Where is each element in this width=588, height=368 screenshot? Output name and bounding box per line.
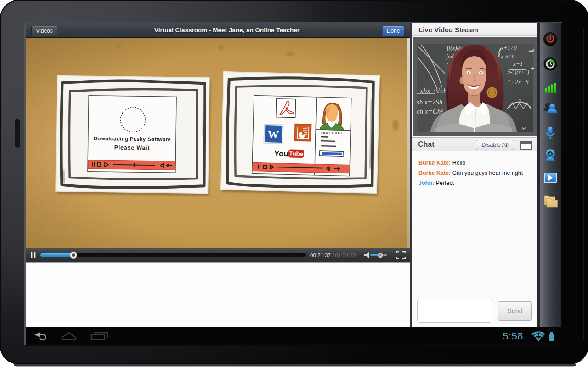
svg-text:{: { (498, 45, 503, 58)
svg-text:h²: h² (521, 126, 526, 131)
svg-text:00:21:37 / 01:04:20: 00:21:37 / 01:04:20 (310, 253, 356, 258)
svg-text:+: + (531, 65, 535, 72)
svg-text:⇒: ⇒ (528, 46, 534, 54)
svg-text:−1+2x−6: −1+2x−6 (503, 79, 529, 86)
svg-text:W: W (268, 128, 279, 141)
svg-text:x-3≠0: x-3≠0 (500, 53, 515, 60)
svg-text:x-3)(x+1): x-3)(x+1) (507, 69, 529, 75)
svg-text:TEXT CHAT: TEXT CHAT (321, 131, 343, 135)
svg-text:Downloading Pesky Software: Downloading Pesky Software (94, 136, 171, 142)
svg-text:Tube: Tube (289, 150, 304, 157)
svg-text:shx ±√ch: shx ±√ch (420, 87, 447, 95)
svg-text:x−1: x−1 (513, 60, 523, 67)
svg-text:x+1≠0: x+1≠0 (500, 44, 517, 51)
svg-text:Please Wait: Please Wait (114, 144, 150, 151)
svg-text:You: You (274, 150, 288, 159)
svg-text:sh x=2Sh: sh x=2Sh (417, 98, 442, 106)
svg-text:ch x=Ch²: ch x=Ch² (417, 108, 443, 115)
